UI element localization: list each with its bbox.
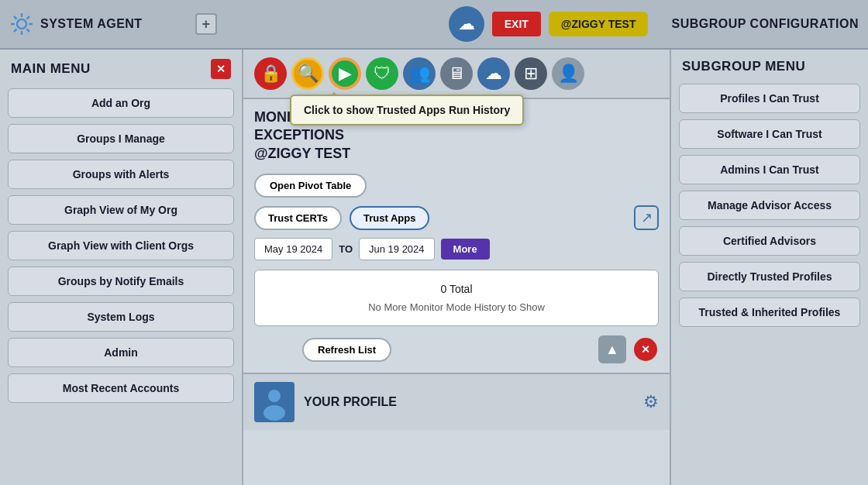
top-bar: SYSTEM AGENT + ☁ EXIT @ZIGGY TEST SUBGRO… xyxy=(0,0,868,50)
action-row: Trust CERTs Trust Apps ↗ xyxy=(254,205,659,230)
top-bar-left: SYSTEM AGENT + xyxy=(9,12,441,36)
trust-certs-button[interactable]: Trust CERTs xyxy=(254,206,342,230)
monitor-title-line2: EXCEPTIONS xyxy=(254,127,344,143)
profiles-i-can-trust-button[interactable]: Profiles I Can Trust xyxy=(679,84,860,113)
profile-gear-icon[interactable]: ⚙ xyxy=(643,392,659,412)
date-to[interactable]: Jun 19 2024 xyxy=(359,238,435,260)
date-row: May 19 2024 TO Jun 19 2024 More xyxy=(254,238,659,260)
your-profile-label: YOUR PROFILE xyxy=(304,395,397,409)
your-profile: YOUR PROFILE ⚙ xyxy=(243,373,670,430)
svg-point-11 xyxy=(264,405,285,421)
results-empty: No More Monitor Mode History to Show xyxy=(267,301,646,313)
ziggy-button[interactable]: @ZIGGY TEST xyxy=(549,12,649,36)
users-icon[interactable]: 👥 xyxy=(403,57,436,90)
most-recent-accounts-button[interactable]: Most Recent Accounts xyxy=(8,373,234,403)
manage-advisor-access-button[interactable]: Manage Advisor Access xyxy=(679,191,860,220)
groups-i-manage-button[interactable]: Groups I Manage xyxy=(8,124,234,153)
play-icon[interactable]: ▶ xyxy=(329,57,361,90)
subgroup-config-title: SUBGROUP CONFIGURATION xyxy=(656,17,859,31)
monitor-icon[interactable]: 🖥 xyxy=(440,57,473,90)
search-icon[interactable]: 🔍 xyxy=(291,57,324,90)
trusted-inherited-profiles-button[interactable]: Trusted & Inherited Profiles xyxy=(679,298,860,327)
avatar-icon[interactable]: 👤 xyxy=(552,57,584,90)
to-label: TO xyxy=(339,243,353,255)
system-agent-label: SYSTEM AGENT xyxy=(40,17,143,31)
svg-line-7 xyxy=(27,16,30,19)
svg-line-8 xyxy=(14,29,17,33)
subgroup-menu-title: SUBGROUP MENU xyxy=(679,59,860,74)
main-menu-title: MAIN MENU xyxy=(11,61,91,77)
open-pivot-table-button[interactable]: Open Pivot Table xyxy=(254,174,367,198)
center-panel: 🔒 🔍 ▶ 🛡 👥 🖥 ☁ ⊞ 👤 Click to show Trusted … xyxy=(243,50,670,485)
cloud-icon[interactable]: ☁ xyxy=(477,57,510,90)
bottom-actions: Refresh List ▲ ✕ xyxy=(254,335,659,363)
svg-line-5 xyxy=(14,16,17,19)
graph-view-my-org-button[interactable]: Graph View of My Org xyxy=(8,195,234,225)
close-results-button[interactable]: ✕ xyxy=(634,338,657,361)
system-logs-button[interactable]: System Logs xyxy=(8,302,234,332)
tooltip-box: Click to show Trusted Apps Run History xyxy=(290,95,524,126)
directly-trusted-profiles-button[interactable]: Directly Trusted Profiles xyxy=(679,262,860,291)
svg-point-0 xyxy=(17,19,26,29)
main-menu-close-button[interactable]: ✕ xyxy=(211,59,231,79)
admin-button[interactable]: Admin xyxy=(8,338,234,367)
scroll-up-button[interactable]: ▲ xyxy=(598,335,626,363)
main-layout: MAIN MENU ✕ Add an Org Groups I Manage G… xyxy=(0,50,868,485)
results-total: 0 Total xyxy=(267,283,646,295)
date-from[interactable]: May 19 2024 xyxy=(254,238,332,260)
trust-apps-button[interactable]: Trust Apps xyxy=(350,206,429,230)
svg-line-6 xyxy=(27,29,30,33)
left-panel-header: MAIN MENU ✕ xyxy=(8,59,234,79)
certified-advisors-button[interactable]: Certified Advisors xyxy=(679,226,860,256)
groups-with-alerts-button[interactable]: Groups with Alerts xyxy=(8,160,234,189)
right-panel: SUBGROUP MENU Profiles I Can Trust Softw… xyxy=(670,50,868,485)
export-arrow-button[interactable]: ↗ xyxy=(634,205,659,230)
admins-i-can-trust-button[interactable]: Admins I Can Trust xyxy=(679,155,860,184)
grid-icon[interactable]: ⊞ xyxy=(515,57,547,90)
system-agent-icon xyxy=(9,12,34,36)
groups-by-notify-emails-button[interactable]: Groups by Notify Emails xyxy=(8,267,234,296)
shield-icon[interactable]: 🛡 xyxy=(366,57,398,90)
results-box: 0 Total No More Monitor Mode History to … xyxy=(254,270,659,326)
toolbar: 🔒 🔍 ▶ 🛡 👥 🖥 ☁ ⊞ 👤 Click to show Trusted … xyxy=(243,50,670,99)
software-i-can-trust-button[interactable]: Software I Can Trust xyxy=(679,119,860,149)
profile-avatar xyxy=(254,382,294,422)
add-org-button[interactable]: Add an Org xyxy=(8,88,234,118)
monitor-title-line3: @ZIGGY TEST xyxy=(254,146,350,161)
svg-point-10 xyxy=(268,390,281,402)
add-button[interactable]: + xyxy=(195,13,217,35)
refresh-list-button[interactable]: Refresh List xyxy=(302,338,391,362)
cloud-button[interactable]: ☁ xyxy=(449,6,484,42)
profile-avatar-image xyxy=(256,384,293,421)
exit-button[interactable]: EXIT xyxy=(492,12,541,36)
left-panel: MAIN MENU ✕ Add an Org Groups I Manage G… xyxy=(0,50,243,485)
graph-view-client-orgs-button[interactable]: Graph View with Client Orgs xyxy=(8,231,234,260)
lock-icon[interactable]: 🔒 xyxy=(254,57,287,90)
more-button[interactable]: More xyxy=(441,239,490,260)
monitor-section: MONITOR MODE EXCEPTIONS @ZIGGY TEST Open… xyxy=(243,99,670,373)
